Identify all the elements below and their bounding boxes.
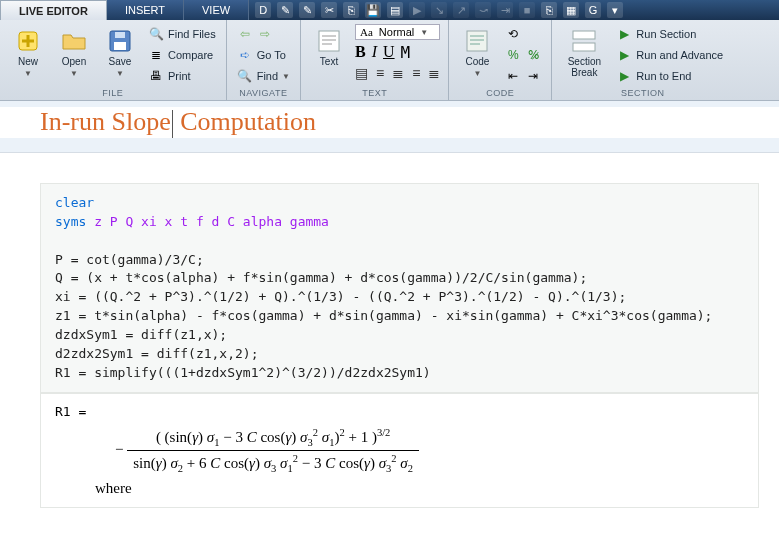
- qat-icon-1[interactable]: ✎: [277, 2, 293, 18]
- svg-rect-2: [114, 42, 126, 50]
- copy-icon[interactable]: ⎘: [343, 2, 359, 18]
- print-icon: 🖶: [148, 68, 164, 84]
- italic-button[interactable]: I: [372, 43, 377, 62]
- qat-icon-b[interactable]: ▦: [563, 2, 579, 18]
- underline-button[interactable]: U: [383, 43, 395, 62]
- run-end-button[interactable]: ▶Run to End: [614, 66, 725, 86]
- code-button-label: Code: [465, 56, 489, 67]
- qat-icon-a[interactable]: ⎘: [541, 2, 557, 18]
- where-label: where: [95, 480, 744, 497]
- section-break-button[interactable]: Section Break: [560, 24, 608, 78]
- run-advance-label: Run and Advance: [636, 49, 723, 61]
- run-section-icon: ▶: [616, 26, 632, 42]
- svg-rect-3: [115, 32, 125, 38]
- page-title[interactable]: In-run Slope Computation: [40, 107, 779, 138]
- qat-more-icon[interactable]: ▾: [607, 2, 623, 18]
- nav-arrows[interactable]: ⇦⇨: [235, 24, 292, 44]
- open-button[interactable]: Open▼: [54, 24, 94, 79]
- code-block[interactable]: clear syms z P Q xi x t f d C alpha gamm…: [40, 183, 759, 393]
- cut-icon[interactable]: ✂: [321, 2, 337, 18]
- tab-insert[interactable]: INSERT: [107, 0, 184, 20]
- style-select[interactable]: AaNormal▼: [355, 24, 440, 40]
- new-label: New: [18, 56, 38, 67]
- style-select-label: Normal: [379, 26, 414, 38]
- code-line-5: xi = ((Q.^2 + P^3).^(1/2) + Q).^(1/3) - …: [55, 289, 626, 304]
- comment-button[interactable]: %%̷: [503, 45, 543, 65]
- text-icon: [316, 28, 342, 54]
- fwd-icon: ⇨: [257, 26, 273, 42]
- stop-icon[interactable]: ■: [519, 2, 535, 18]
- doc-d-icon[interactable]: D: [255, 2, 271, 18]
- ribbon: New▼ Open▼ Save▼ 🔍Find Files ≣Compa: [0, 20, 779, 100]
- print-label: Print: [168, 70, 191, 82]
- back-icon: ⇦: [237, 26, 253, 42]
- code-line-4: Q = (x + t*cos(alpha) + f*sin(gamma) + d…: [55, 270, 587, 285]
- find-files-icon: 🔍: [148, 26, 164, 42]
- section-break-label: Section Break: [568, 56, 601, 78]
- tab-live-editor[interactable]: LIVE EDITOR: [0, 0, 107, 20]
- save-button[interactable]: Save▼: [100, 24, 140, 79]
- new-button[interactable]: New▼: [8, 24, 48, 79]
- group-navigate: ⇦⇨ ➪Go To 🔍Find ▼ NAVIGATE: [227, 20, 301, 100]
- align-right-button[interactable]: ≣: [428, 65, 440, 81]
- tab-row: LIVE EDITOR INSERT VIEW D ✎ ✎ ✂ ⎘ 💾 ▤ ▶ …: [0, 0, 779, 20]
- save-all-icon[interactable]: ▤: [387, 2, 403, 18]
- code-button[interactable]: Code▼: [457, 24, 497, 79]
- toolstrip: LIVE EDITOR INSERT VIEW D ✎ ✎ ✂ ⎘ 💾 ▤ ▶ …: [0, 0, 779, 101]
- run-advance-icon: ▶: [616, 47, 632, 63]
- code-line-1: clear: [55, 195, 94, 210]
- step-in-icon[interactable]: ↘: [431, 2, 447, 18]
- compare-button[interactable]: ≣Compare: [146, 45, 218, 65]
- qat-icon-2[interactable]: ✎: [299, 2, 315, 18]
- mono-button[interactable]: M: [401, 43, 411, 62]
- open-icon: [61, 28, 87, 54]
- group-navigate-label: NAVIGATE: [235, 86, 292, 100]
- run-icon[interactable]: ▶: [409, 2, 425, 18]
- find-label: Find: [257, 70, 278, 82]
- svg-rect-12: [573, 31, 595, 39]
- code-kw-syms: syms: [55, 214, 94, 229]
- number-list-button[interactable]: ≡: [376, 65, 384, 81]
- indent-button[interactable]: ⇤⇥: [503, 66, 543, 86]
- tab-view[interactable]: VIEW: [184, 0, 249, 20]
- text-button[interactable]: Text: [309, 24, 349, 67]
- find-icon: 🔍: [237, 68, 253, 84]
- comment-icon: %: [505, 47, 521, 63]
- title-part-b: Computation: [174, 107, 316, 136]
- print-button[interactable]: 🖶Print: [146, 66, 218, 86]
- group-code: Code▼ ⟲ %%̷ ⇤⇥ CODE: [449, 20, 552, 100]
- doc-g-icon[interactable]: G: [585, 2, 601, 18]
- step-over-icon[interactable]: ⤻: [475, 2, 491, 18]
- bold-button[interactable]: B: [355, 43, 366, 62]
- code-line-6: z1 = t*sin(alpha) - f*cos(gamma) + d*sin…: [55, 308, 712, 323]
- goto-button[interactable]: ➪Go To: [235, 45, 292, 65]
- indent-icon: ⇥: [525, 68, 541, 84]
- run-advance-button[interactable]: ▶Run and Advance: [614, 45, 725, 65]
- step-out-icon[interactable]: ↗: [453, 2, 469, 18]
- find-files-button[interactable]: 🔍Find Files: [146, 24, 218, 44]
- code-icon: [464, 28, 490, 54]
- title-region: In-run Slope Computation: [0, 101, 779, 153]
- find-button[interactable]: 🔍Find ▼: [235, 66, 292, 86]
- group-text-label: TEXT: [309, 86, 440, 100]
- uncomment-icon: %̷: [525, 47, 541, 63]
- bullet-list-button[interactable]: ▤: [355, 65, 368, 81]
- section-break-icon: [571, 28, 597, 54]
- text-button-label: Text: [320, 56, 338, 67]
- math-output: − ( (sin(γ) σ1 − 3 C cos(γ) σ32 σ1)2 + 1…: [115, 427, 744, 474]
- group-file: New▼ Open▼ Save▼ 🔍Find Files ≣Compa: [0, 20, 227, 100]
- code-line-3: P = cot(gamma)/3/C;: [55, 252, 204, 267]
- text-cursor: [172, 110, 173, 138]
- group-section: Section Break ▶Run Section ▶Run and Adva…: [552, 20, 733, 100]
- refactor-button[interactable]: ⟲: [503, 24, 543, 44]
- align-center-button[interactable]: ≡: [412, 65, 420, 81]
- save-label: Save: [109, 56, 132, 67]
- output-var-label: R1 =: [55, 404, 744, 419]
- outdent-icon: ⇤: [505, 68, 521, 84]
- group-file-label: FILE: [8, 86, 218, 100]
- continue-icon[interactable]: ⇥: [497, 2, 513, 18]
- save-icon[interactable]: 💾: [365, 2, 381, 18]
- run-section-button[interactable]: ▶Run Section: [614, 24, 725, 44]
- code-line-8: d2zdx2Sym1 = diff(z1,x,2);: [55, 346, 259, 361]
- align-left-button[interactable]: ≣: [392, 65, 404, 81]
